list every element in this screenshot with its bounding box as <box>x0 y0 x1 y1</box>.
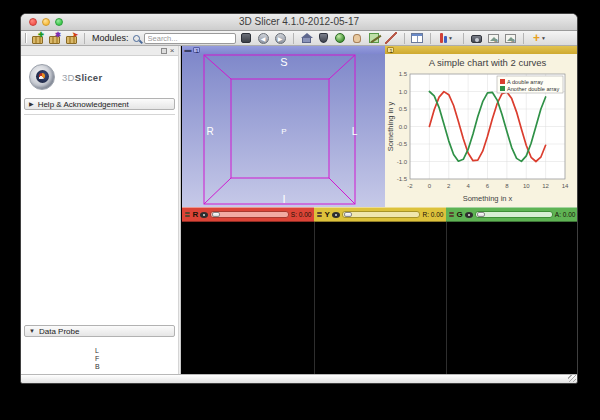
toolbar-separator <box>404 33 405 44</box>
sceneview-save-button[interactable]: a <box>487 32 500 44</box>
camera-icon <box>471 35 482 43</box>
sceneview-save-icon: a <box>488 34 499 43</box>
pin-icon[interactable] <box>185 212 190 218</box>
x-tick-label: 4 <box>467 183 471 189</box>
data-probe-section[interactable]: ▼ Data Probe <box>24 325 175 337</box>
toolbar-drag-handle[interactable] <box>25 33 27 43</box>
module-selector-combobox[interactable]: ▲ ▼ <box>144 33 236 44</box>
plus-badge-icon: ✚ <box>38 32 44 38</box>
sceneview-letter: a <box>511 37 514 43</box>
slider-handle[interactable] <box>344 212 352 217</box>
star-badge-icon: ✱ <box>55 32 61 38</box>
data-probe-rows: L F B <box>95 347 100 371</box>
layout-grid-icon <box>411 33 423 43</box>
screenshot-button[interactable] <box>470 32 483 44</box>
slice-view-label: R <box>192 210 198 219</box>
slice-offset-slider[interactable] <box>210 211 289 218</box>
slice-offset-slider[interactable] <box>475 211 553 218</box>
y-tick-label: 1.0 <box>399 89 408 95</box>
slice-viewport-green[interactable] <box>446 222 578 376</box>
home-module-button[interactable] <box>300 32 313 44</box>
chart-view-badge: 1 <box>387 47 394 53</box>
plus-icon: + <box>533 33 540 43</box>
data-probe-row-l: L <box>95 347 100 355</box>
screenshot-background: 3D Slicer 4.1.0-2012-05-17 ✚ ✱ ➤ Modules… <box>0 0 600 420</box>
favorite-module-button-2[interactable] <box>334 32 347 44</box>
slice-viewport-red[interactable] <box>182 222 313 376</box>
module-panel: × 3DSlicer ▶ Help & Acknowledgement ▼ <box>21 46 178 376</box>
slice-controller-green: G A: 0.00 <box>446 207 578 222</box>
slice-offset-slider[interactable] <box>342 211 421 218</box>
view-layout-area: ▬ 1 S I R <box>181 46 577 376</box>
chevron-down-icon: ▼ <box>541 35 546 41</box>
extensions-button[interactable]: + ▼ <box>530 32 550 44</box>
eye-icon[interactable] <box>465 212 473 218</box>
view-3d-canvas[interactable]: S I R L P <box>182 54 385 207</box>
resize-grip[interactable] <box>568 375 576 382</box>
x-tick-label: 2 <box>448 183 452 189</box>
axis-label-posterior: P <box>281 126 286 135</box>
crosshair-icon <box>440 33 447 43</box>
pin-icon[interactable] <box>317 212 322 218</box>
legend-swatch <box>500 86 505 91</box>
history-icon <box>241 33 251 43</box>
chart-view-header: 1 <box>385 46 578 54</box>
slice-viewport-yellow[interactable] <box>314 222 446 376</box>
toolbar-separator <box>463 33 464 44</box>
pin-icon[interactable] <box>161 48 167 54</box>
module-panel-header: × <box>21 46 178 56</box>
pin-icon[interactable] <box>449 212 454 218</box>
chevron-right-icon: ▶ <box>29 101 34 107</box>
app-logo-text: 3DSlicer <box>62 72 102 83</box>
main-content: × 3DSlicer ▶ Help & Acknowledgement ▼ <box>21 46 577 376</box>
place-annotation-button[interactable] <box>368 32 381 44</box>
toolbar-separator <box>430 33 431 44</box>
x-tick-label: 6 <box>486 183 490 189</box>
slice-controller-yellow: Y R: 0.00 <box>314 207 446 222</box>
window-title: 3D Slicer 4.1.0-2012-05-17 <box>21 16 577 27</box>
module-search-input[interactable] <box>145 34 236 43</box>
app-window: 3D Slicer 4.1.0-2012-05-17 ✚ ✱ ➤ Modules… <box>20 13 578 384</box>
y-tick-label: -1.5 <box>397 176 408 182</box>
slicer-logo <box>29 64 55 90</box>
data-basket-icon: ✚ <box>32 36 43 44</box>
legend-label: Another double array <box>507 86 559 92</box>
y-tick-label: 1.5 <box>399 71 408 77</box>
slice-offset-value: S: 0.00 <box>291 211 312 218</box>
sceneview-restore-button[interactable]: a <box>504 32 517 44</box>
toolbar-separator <box>293 33 294 44</box>
data-basket-icon: ✱ <box>49 36 60 44</box>
module-history-button[interactable] <box>240 32 253 44</box>
layout-selector-button[interactable] <box>411 32 424 44</box>
help-acknowledgement-section[interactable]: ▶ Help & Acknowledgement <box>24 98 175 110</box>
eye-icon[interactable] <box>332 212 340 218</box>
crosshair-button[interactable]: ▼ <box>437 32 457 44</box>
x-tick-label: 8 <box>506 183 510 189</box>
mouse-interaction-button[interactable] <box>351 32 364 44</box>
slider-handle[interactable] <box>477 212 485 217</box>
view-3d-badge: 1 <box>193 47 200 53</box>
add-volume-button[interactable]: ✱ <box>48 32 61 44</box>
module-forward-button[interactable]: ▶ <box>274 32 287 44</box>
add-data-button[interactable]: ✚ <box>31 32 44 44</box>
close-icon[interactable]: × <box>170 48 175 54</box>
y-tick-label: 0.0 <box>399 124 408 130</box>
save-scene-button[interactable]: ➤ <box>65 32 78 44</box>
chart-canvas[interactable]: -202468101214-1.5-1.0-0.50.00.51.01.5A s… <box>385 54 578 207</box>
slider-handle[interactable] <box>212 212 220 217</box>
home-icon <box>302 37 311 43</box>
slice-offset-value: R: 0.00 <box>422 211 443 218</box>
legend-swatch <box>500 79 505 84</box>
module-back-button[interactable]: ◀ <box>257 32 270 44</box>
annotation-ruler-button[interactable] <box>385 32 398 44</box>
toolbar-separator <box>523 33 524 44</box>
axis-label-right: R <box>206 125 213 136</box>
data-probe-label: Data Probe <box>39 327 79 336</box>
legend-label: A double array <box>507 79 543 85</box>
slice-controller-red: R S: 0.00 <box>182 207 314 222</box>
eye-icon[interactable] <box>200 212 208 218</box>
toolbar-separator <box>84 33 85 44</box>
view-pin-icon[interactable]: ▬ <box>184 47 191 53</box>
favorite-module-button-1[interactable] <box>317 32 330 44</box>
x-tick-label: -2 <box>408 183 414 189</box>
